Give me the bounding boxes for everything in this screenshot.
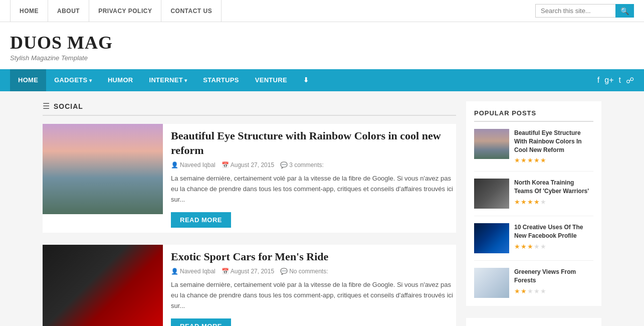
top-navigation: HOME ABOUT PRIVACY POLICY CONTACT US 🔍	[0, 0, 644, 22]
googleplus-nav-icon[interactable]: g+	[604, 76, 613, 85]
nav-gadgets[interactable]: GADGETS▾	[46, 69, 100, 92]
popular-thumb-1	[474, 129, 509, 159]
list-icon: ☰	[43, 101, 50, 111]
gadgets-dropdown-icon: ▾	[89, 78, 92, 83]
popular-post-title-4[interactable]: Greenery Views From Forests	[514, 268, 593, 285]
popular-post-stars-1: ★★★★★	[514, 156, 593, 164]
popular-post-title-2[interactable]: North Korea Training Teams Of 'Cyber War…	[514, 179, 593, 196]
popular-thumb-2	[474, 179, 509, 209]
article-comments-1: 💬 3 comments:	[280, 161, 324, 169]
nav-download[interactable]: ⬇	[295, 69, 317, 91]
popular-thumb-3	[474, 223, 509, 253]
article-meta-1: 👤 Naveed Iqbal 📅 August 27, 2015 💬 3 com…	[171, 161, 456, 169]
article-author-1: 👤 Naveed Iqbal	[171, 161, 216, 169]
site-header: DUOS MAG Stylish Magazine Template	[0, 22, 644, 69]
popular-post-2: North Korea Training Teams Of 'Cyber War…	[474, 179, 593, 216]
facebook-section: FIND US ON FACEBOOK	[466, 318, 601, 326]
article-date-2: 📅 August 27, 2015	[222, 268, 274, 275]
top-nav-contact[interactable]: CONTACT US	[161, 0, 222, 22]
popular-posts-title: POPULAR POSTS	[474, 109, 593, 122]
popular-post-stars-3: ★★★★★	[514, 243, 593, 250]
read-more-btn-2[interactable]: READ MORE	[171, 318, 231, 326]
popular-post-info-4: Greenery Views From Forests ★★★★★	[514, 268, 593, 298]
article-body-2: Exotic Sport Cars for Men's Ride 👤 Navee…	[171, 245, 456, 326]
article-author-2: 👤 Naveed Iqbal	[171, 268, 216, 275]
top-nav-home[interactable]: HOME	[10, 0, 48, 22]
search-input[interactable]	[535, 4, 615, 18]
article-excerpt-1: La semaine dernière, certainement volé p…	[171, 174, 456, 205]
top-nav-about[interactable]: ABOUT	[48, 0, 89, 22]
top-nav-links: HOME ABOUT PRIVACY POLICY CONTACT US	[10, 0, 222, 22]
nav-internet[interactable]: INTERNET▾	[141, 69, 195, 92]
read-more-btn-1[interactable]: READ MORE	[171, 212, 231, 228]
facebook-nav-icon[interactable]: f	[597, 76, 599, 85]
sidebar: POPULAR POSTS Beautiful Eye Structure Wi…	[466, 101, 601, 326]
twitter-nav-icon[interactable]: t	[619, 76, 621, 85]
popular-post-3: 10 Creative Uses Of The New Facebook Pro…	[474, 223, 593, 261]
nav-home[interactable]: HOME	[10, 69, 46, 91]
nav-venture[interactable]: VENTURE	[247, 69, 295, 91]
nav-startups[interactable]: STARTUPS	[195, 69, 247, 91]
popular-post-info-3: 10 Creative Uses Of The New Facebook Pro…	[514, 223, 593, 253]
search-wrap: 🔍	[535, 4, 634, 18]
search-button[interactable]: 🔍	[615, 4, 634, 18]
main-nav-left: HOME GADGETS▾ HUMOR INTERNET▾ STARTUPS V…	[10, 69, 317, 92]
article-excerpt-2: La semaine dernière, certainement volé p…	[171, 280, 456, 311]
site-title: DUOS MAG	[10, 32, 634, 53]
article-date-1: 📅 August 27, 2015	[222, 161, 274, 169]
popular-post-1: Beautiful Eye Structure With Rainbow Col…	[474, 129, 593, 172]
popular-post-title-3[interactable]: 10 Creative Uses Of The New Facebook Pro…	[514, 223, 593, 240]
page-container: ☰ SOCIAL Beautiful Eye Structure with Ra…	[33, 91, 611, 326]
popular-post-stars-4: ★★★★★	[514, 287, 593, 295]
popular-thumb-4	[474, 268, 509, 298]
main-navigation: HOME GADGETS▾ HUMOR INTERNET▾ STARTUPS V…	[0, 69, 644, 91]
article-comments-2: 💬 No comments:	[280, 268, 328, 275]
rss-nav-icon[interactable]: ☍	[626, 76, 634, 85]
article-title-2: Exotic Sport Cars for Men's Ride	[171, 250, 456, 264]
article-card-1: Beautiful Eye Structure with Rainbow Col…	[43, 124, 456, 233]
internet-dropdown-icon: ▾	[184, 78, 187, 83]
site-subtitle: Stylish Magazine Template	[10, 54, 634, 62]
popular-post-info-1: Beautiful Eye Structure With Rainbow Col…	[514, 129, 593, 164]
popular-post-title-1[interactable]: Beautiful Eye Structure With Rainbow Col…	[514, 129, 593, 154]
nav-humor[interactable]: HUMOR	[100, 69, 141, 91]
social-section-header: ☰ SOCIAL	[43, 101, 456, 116]
popular-post-stars-2: ★★★★★	[514, 198, 593, 206]
article-title-1: Beautiful Eye Structure with Rainbow Col…	[171, 129, 456, 157]
popular-post-4: Greenery Views From Forests ★★★★★	[474, 268, 593, 298]
article-thumb-2	[43, 245, 163, 326]
main-content: ☰ SOCIAL Beautiful Eye Structure with Ra…	[43, 101, 456, 326]
article-card-2: Exotic Sport Cars for Men's Ride 👤 Navee…	[43, 245, 456, 326]
article-meta-2: 👤 Naveed Iqbal 📅 August 27, 2015 💬 No co…	[171, 268, 456, 275]
popular-post-info-2: North Korea Training Teams Of 'Cyber War…	[514, 179, 593, 209]
main-nav-social: f g+ t ☍	[597, 76, 634, 85]
article-thumb-1	[43, 124, 163, 214]
popular-posts-section: POPULAR POSTS Beautiful Eye Structure Wi…	[466, 101, 601, 306]
article-body-1: Beautiful Eye Structure with Rainbow Col…	[171, 124, 456, 233]
top-nav-privacy[interactable]: PRIVACY POLICY	[89, 0, 161, 22]
section-title: SOCIAL	[54, 102, 83, 110]
